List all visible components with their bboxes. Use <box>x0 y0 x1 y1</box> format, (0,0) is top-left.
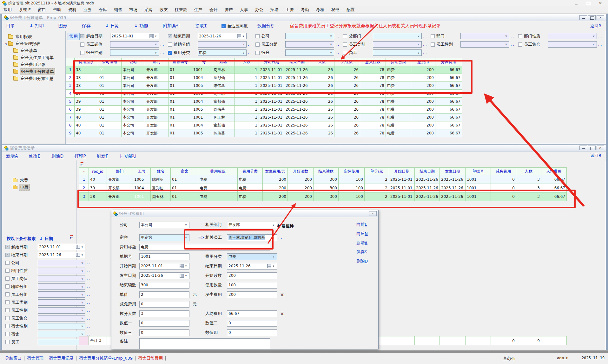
column-header[interactable]: - <box>79 168 89 175</box>
column-header[interactable]: 总入住数 <box>360 58 386 66</box>
filter-checkbox[interactable] <box>255 42 260 47</box>
grid-cell[interactable]: 2025-11-01 <box>259 129 284 137</box>
grid-cell[interactable]: 26 <box>310 98 334 106</box>
window-splitter[interactable] <box>0 350 608 353</box>
toolbar-button[interactable]: 图形 <box>58 23 67 29</box>
grid-cell[interactable]: 本公司 <box>122 106 145 114</box>
menu-item[interactable]: 考勤 <box>297 6 313 13</box>
grid-cell[interactable]: 78 <box>360 129 386 137</box>
grid-cell[interactable]: 开发部 <box>145 129 169 137</box>
filter-select[interactable]: ∨ <box>38 276 85 282</box>
filter-select[interactable]: ∨ <box>110 49 159 56</box>
filter-select[interactable]: ∨ <box>198 41 247 48</box>
more-button[interactable]: . . <box>87 269 90 273</box>
grid-cell[interactable]: 2 <box>365 184 389 192</box>
column-header[interactable]: 人均费用 <box>541 168 567 175</box>
filter-checkbox[interactable] <box>5 300 10 304</box>
more-button[interactable]: . . <box>248 50 251 55</box>
grid-cell[interactable]: 开发部 <box>145 98 169 106</box>
share-count-input[interactable]: 3 <box>139 310 189 317</box>
column-header[interactable]: 公司 <box>122 58 145 66</box>
more-button[interactable]: . . <box>335 50 339 55</box>
grid-cell[interactable]: 陈伟基 <box>212 106 235 114</box>
menu-item[interactable]: 收支 <box>156 6 171 13</box>
grid-cell[interactable]: 66.67 <box>435 66 462 74</box>
filter-checkbox[interactable] <box>80 42 84 47</box>
num1-input[interactable]: 0 <box>139 320 189 327</box>
grid-cell[interactable]: 2025-11-26 <box>284 74 310 82</box>
grid-cell[interactable]: 1 <box>235 106 259 114</box>
grid-cell[interactable]: 1004 <box>192 98 212 106</box>
grid-cell[interactable]: 本公司 <box>122 121 145 129</box>
grid-cell[interactable]: 电费 <box>238 192 263 201</box>
column-header[interactable]: 宿舍 <box>171 168 198 175</box>
grid-cell[interactable]: 78 <box>360 90 386 98</box>
column-header[interactable]: 工号 <box>192 58 212 66</box>
column-header[interactable]: 结束读数 <box>314 168 339 175</box>
grid-cell[interactable]: 38 <box>75 74 98 82</box>
grid-cell[interactable]: 66.67 <box>435 129 462 137</box>
filter-checkbox[interactable] <box>5 308 10 312</box>
more-button[interactable]: . . <box>598 34 602 38</box>
column-header[interactable]: 总费用 <box>411 58 435 66</box>
grid-cell[interactable]: 1 <box>235 114 259 121</box>
more-button[interactable]: . . <box>87 284 90 289</box>
grid-cell[interactable]: 本公司 <box>122 129 145 137</box>
more-button[interactable]: . . <box>423 50 426 55</box>
grid-cell[interactable]: 66.67 <box>541 184 567 192</box>
grid-cell[interactable]: 40 <box>75 114 98 121</box>
tree-item[interactable]: 电费 <box>7 184 76 191</box>
filter-checkbox[interactable]: ✓ <box>5 245 10 249</box>
grid-cell[interactable]: 26 <box>310 82 334 90</box>
toolbar-button[interactable]: 新增A <box>6 153 18 159</box>
grid-cell[interactable]: 开发部 <box>145 74 169 82</box>
column-header[interactable]: rec_id <box>89 168 107 175</box>
toolbar-button[interactable]: ↓功能U <box>119 153 136 159</box>
column-header[interactable]: 开始日期 <box>259 58 284 66</box>
grid-cell[interactable]: 1004 <box>133 184 151 192</box>
remark-textarea[interactable] <box>139 338 270 349</box>
grid-cell[interactable]: 26 <box>334 82 360 90</box>
filter-select[interactable]: ∨ <box>38 291 85 298</box>
filter-checkbox[interactable] <box>343 34 347 38</box>
filter-checkbox[interactable]: ✓ <box>80 34 84 38</box>
menu-item[interactable]: 常用 <box>0 6 15 13</box>
table-row[interactable]: 43901本公司开发部011001周玉林12025-11-012025-11-2… <box>66 90 462 98</box>
grid-cell[interactable]: 本公司 <box>122 90 145 98</box>
table-row[interactable]: 74001本公司开发部011001周玉林12025-11-012025-11-2… <box>66 114 462 121</box>
grid-cell[interactable]: 66.67 <box>541 192 567 201</box>
grid-cell[interactable]: 200 <box>411 114 435 121</box>
filter-checkbox[interactable] <box>343 42 347 47</box>
filter-checkbox[interactable] <box>5 324 10 328</box>
end-reading-input[interactable]: 300 <box>139 282 189 289</box>
grid-cell[interactable]: 38 <box>75 82 98 90</box>
grid-cell[interactable]: 开发部 <box>145 82 169 90</box>
grid-cell[interactable]: 1004 <box>192 121 212 129</box>
grid-cell[interactable]: 01 <box>98 98 122 106</box>
grid-cell[interactable]: 200 <box>411 90 435 98</box>
grid-cell[interactable]: 2025-11-01 <box>389 175 415 184</box>
more-button[interactable]: . . <box>278 235 282 240</box>
grid-cell[interactable]: 66.67 <box>435 90 462 98</box>
menu-item[interactable]: 窗口 <box>34 6 50 13</box>
grid-cell[interactable]: 2025-11-01 <box>259 74 284 82</box>
grid-cell[interactable]: 39 <box>75 90 98 98</box>
grid-cell[interactable]: 电费 <box>198 184 238 192</box>
unit-price-input[interactable]: 2 <box>139 291 189 298</box>
menu-item[interactable]: 仓库 <box>95 6 110 13</box>
table-row[interactable]: 13801本公司开发部011001周玉林12025-11-012025-11-2… <box>66 66 462 74</box>
table-row[interactable]: 94001本公司开发部011005陈伟基12025-11-012025-11-2… <box>66 129 462 137</box>
filter-checkbox[interactable] <box>343 51 347 55</box>
close-icon[interactable] <box>597 15 604 20</box>
grid-cell[interactable]: 童彭仙 <box>151 184 171 192</box>
start-reading-input[interactable]: 200 <box>227 272 277 279</box>
grid-cell[interactable]: 200 <box>411 74 435 82</box>
table-row[interactable]: 84001本公司开发部011004童彭仙12025-11-012025-11-2… <box>66 121 462 129</box>
column-header[interactable]: 人数 <box>516 168 541 175</box>
grid-cell[interactable]: 童彭仙 <box>212 98 235 106</box>
menu-item[interactable]: 人事 <box>236 6 252 13</box>
grid-cell[interactable]: 2 <box>79 184 89 192</box>
grid-cell[interactable]: 01 <box>169 121 192 129</box>
grid-cell[interactable]: 200 <box>411 82 435 90</box>
filter-select[interactable]: ∨ <box>285 41 334 48</box>
